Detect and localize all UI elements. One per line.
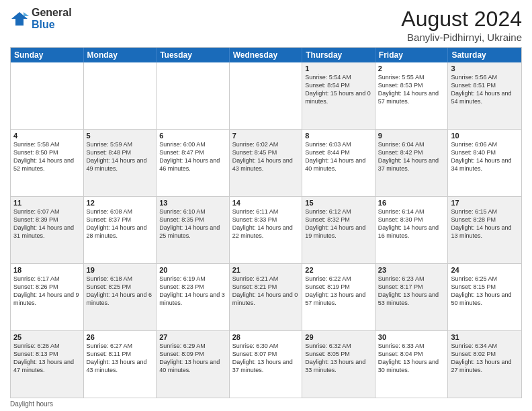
cal-header-day-sunday: Sunday xyxy=(11,48,84,62)
day-number: 29 xyxy=(305,333,372,341)
day-number: 10 xyxy=(451,132,519,140)
cal-cell: 23Sunrise: 6:23 AM Sunset: 8:17 PM Dayli… xyxy=(375,264,449,330)
cal-week-3: 11Sunrise: 6:07 AM Sunset: 8:39 PM Dayli… xyxy=(11,197,521,264)
cal-cell: 1Sunrise: 5:54 AM Sunset: 8:54 PM Daylig… xyxy=(302,62,375,129)
cal-cell: 17Sunrise: 6:15 AM Sunset: 8:28 PM Dayli… xyxy=(448,197,521,263)
cal-cell: 11Sunrise: 6:07 AM Sunset: 8:39 PM Dayli… xyxy=(11,197,84,263)
day-info: Sunrise: 6:00 AM Sunset: 8:47 PM Dayligh… xyxy=(159,140,226,173)
day-info: Sunrise: 6:26 AM Sunset: 8:13 PM Dayligh… xyxy=(13,342,81,375)
cal-cell: 21Sunrise: 6:21 AM Sunset: 8:21 PM Dayli… xyxy=(230,264,303,330)
day-number: 16 xyxy=(378,199,445,207)
calendar-body: 1Sunrise: 5:54 AM Sunset: 8:54 PM Daylig… xyxy=(11,62,521,398)
day-info: Sunrise: 6:23 AM Sunset: 8:17 PM Dayligh… xyxy=(378,275,445,308)
day-number: 20 xyxy=(159,266,226,274)
cal-header-day-saturday: Saturday xyxy=(448,48,521,62)
day-info: Sunrise: 6:21 AM Sunset: 8:21 PM Dayligh… xyxy=(232,275,300,308)
cal-week-4: 18Sunrise: 6:17 AM Sunset: 8:26 PM Dayli… xyxy=(11,264,521,331)
page: General Blue August 2024 Banyliv-Pidhirn… xyxy=(0,0,532,411)
day-info: Sunrise: 6:12 AM Sunset: 8:32 PM Dayligh… xyxy=(305,208,372,240)
cal-cell: 26Sunrise: 6:27 AM Sunset: 8:11 PM Dayli… xyxy=(84,331,157,398)
cal-cell: 7Sunrise: 6:02 AM Sunset: 8:45 PM Daylig… xyxy=(230,130,303,196)
day-info: Sunrise: 6:29 AM Sunset: 8:09 PM Dayligh… xyxy=(159,342,226,375)
day-number: 15 xyxy=(305,199,372,207)
day-number: 31 xyxy=(451,333,519,341)
cal-header-day-monday: Monday xyxy=(84,48,157,62)
cal-header-day-tuesday: Tuesday xyxy=(157,48,230,62)
day-info: Sunrise: 6:25 AM Sunset: 8:15 PM Dayligh… xyxy=(451,275,519,308)
cal-cell: 29Sunrise: 6:32 AM Sunset: 8:05 PM Dayli… xyxy=(302,331,375,398)
day-info: Sunrise: 6:08 AM Sunset: 8:37 PM Dayligh… xyxy=(87,208,154,240)
day-info: Sunrise: 6:33 AM Sunset: 8:04 PM Dayligh… xyxy=(378,342,445,375)
cal-cell xyxy=(84,62,157,129)
day-info: Sunrise: 6:06 AM Sunset: 8:40 PM Dayligh… xyxy=(451,140,519,173)
day-info: Sunrise: 6:03 AM Sunset: 8:44 PM Dayligh… xyxy=(305,140,372,173)
cal-cell: 20Sunrise: 6:19 AM Sunset: 8:23 PM Dayli… xyxy=(157,264,230,330)
cal-cell: 4Sunrise: 5:58 AM Sunset: 8:50 PM Daylig… xyxy=(11,130,84,196)
day-info: Sunrise: 6:34 AM Sunset: 8:02 PM Dayligh… xyxy=(451,342,519,375)
cal-cell: 6Sunrise: 6:00 AM Sunset: 8:47 PM Daylig… xyxy=(157,130,230,196)
day-info: Sunrise: 6:32 AM Sunset: 8:05 PM Dayligh… xyxy=(305,342,372,375)
cal-cell: 31Sunrise: 6:34 AM Sunset: 8:02 PM Dayli… xyxy=(448,331,521,398)
cal-cell: 27Sunrise: 6:29 AM Sunset: 8:09 PM Dayli… xyxy=(157,331,230,398)
cal-cell: 5Sunrise: 5:59 AM Sunset: 8:48 PM Daylig… xyxy=(84,130,157,196)
cal-cell xyxy=(157,62,230,129)
day-number: 19 xyxy=(87,266,154,274)
day-number: 23 xyxy=(378,266,445,274)
day-number: 18 xyxy=(13,266,81,274)
day-info: Sunrise: 5:54 AM Sunset: 8:54 PM Dayligh… xyxy=(305,73,372,106)
day-info: Sunrise: 6:18 AM Sunset: 8:25 PM Dayligh… xyxy=(87,275,154,308)
day-info: Sunrise: 6:04 AM Sunset: 8:42 PM Dayligh… xyxy=(378,140,445,173)
cal-cell: 12Sunrise: 6:08 AM Sunset: 8:37 PM Dayli… xyxy=(84,197,157,263)
logo: General Blue xyxy=(10,7,72,30)
day-number: 8 xyxy=(305,132,372,140)
day-info: Sunrise: 6:14 AM Sunset: 8:30 PM Dayligh… xyxy=(378,208,445,240)
day-info: Sunrise: 6:07 AM Sunset: 8:39 PM Dayligh… xyxy=(13,208,81,240)
cal-cell: 30Sunrise: 6:33 AM Sunset: 8:04 PM Dayli… xyxy=(375,331,449,398)
day-number: 14 xyxy=(232,199,300,207)
cal-cell: 15Sunrise: 6:12 AM Sunset: 8:32 PM Dayli… xyxy=(302,197,375,263)
day-number: 22 xyxy=(305,266,372,274)
day-info: Sunrise: 6:02 AM Sunset: 8:45 PM Dayligh… xyxy=(232,140,300,173)
day-number: 11 xyxy=(13,199,81,207)
day-number: 25 xyxy=(13,333,81,341)
cal-week-5: 25Sunrise: 6:26 AM Sunset: 8:13 PM Dayli… xyxy=(11,331,521,398)
day-info: Sunrise: 5:58 AM Sunset: 8:50 PM Dayligh… xyxy=(13,140,81,173)
cal-header-day-wednesday: Wednesday xyxy=(230,48,303,62)
cal-cell: 25Sunrise: 6:26 AM Sunset: 8:13 PM Dayli… xyxy=(11,331,84,398)
day-number: 2 xyxy=(378,64,445,73)
day-number: 6 xyxy=(159,132,226,140)
calendar-header: SundayMondayTuesdayWednesdayThursdayFrid… xyxy=(11,48,521,62)
day-info: Sunrise: 6:17 AM Sunset: 8:26 PM Dayligh… xyxy=(13,275,81,308)
cal-cell: 3Sunrise: 5:56 AM Sunset: 8:51 PM Daylig… xyxy=(448,62,521,129)
day-number: 7 xyxy=(232,132,300,140)
day-info: Sunrise: 6:19 AM Sunset: 8:23 PM Dayligh… xyxy=(159,275,226,308)
day-number: 24 xyxy=(451,266,519,274)
cal-cell: 9Sunrise: 6:04 AM Sunset: 8:42 PM Daylig… xyxy=(375,130,449,196)
day-number: 27 xyxy=(159,333,226,341)
day-info: Sunrise: 6:11 AM Sunset: 8:33 PM Dayligh… xyxy=(232,208,300,240)
main-title: August 2024 xyxy=(401,7,522,32)
cal-cell: 24Sunrise: 6:25 AM Sunset: 8:15 PM Dayli… xyxy=(448,264,521,330)
day-number: 12 xyxy=(87,199,154,207)
day-number: 1 xyxy=(305,64,372,73)
day-number: 26 xyxy=(87,333,154,341)
header: General Blue August 2024 Banyliv-Pidhirn… xyxy=(10,7,522,43)
day-info: Sunrise: 6:27 AM Sunset: 8:11 PM Dayligh… xyxy=(87,342,154,375)
day-number: 21 xyxy=(232,266,300,274)
day-number: 13 xyxy=(159,199,226,207)
subtitle: Banyliv-Pidhirnyi, Ukraine xyxy=(401,32,522,43)
cal-cell: 13Sunrise: 6:10 AM Sunset: 8:35 PM Dayli… xyxy=(157,197,230,263)
day-number: 30 xyxy=(378,333,445,341)
day-number: 4 xyxy=(13,132,81,140)
cal-cell: 10Sunrise: 6:06 AM Sunset: 8:40 PM Dayli… xyxy=(448,130,521,196)
cal-cell: 14Sunrise: 6:11 AM Sunset: 8:33 PM Dayli… xyxy=(230,197,303,263)
cal-week-2: 4Sunrise: 5:58 AM Sunset: 8:50 PM Daylig… xyxy=(11,130,521,197)
cal-cell: 8Sunrise: 6:03 AM Sunset: 8:44 PM Daylig… xyxy=(302,130,375,196)
cal-cell: 22Sunrise: 6:22 AM Sunset: 8:19 PM Dayli… xyxy=(302,264,375,330)
cal-cell xyxy=(230,62,303,129)
cal-header-day-thursday: Thursday xyxy=(302,48,375,62)
day-info: Sunrise: 6:10 AM Sunset: 8:35 PM Dayligh… xyxy=(159,208,226,240)
logo-text: General Blue xyxy=(32,7,72,30)
cal-cell: 18Sunrise: 6:17 AM Sunset: 8:26 PM Dayli… xyxy=(11,264,84,330)
day-number: 9 xyxy=(378,132,445,140)
